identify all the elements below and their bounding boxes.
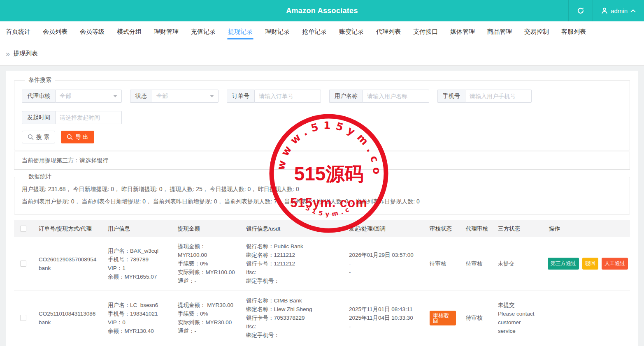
header-cell-6: 代理审核 [459, 220, 491, 237]
nav-tab-6[interactable]: 提现记录 [228, 21, 253, 42]
table-row: CO2601290357008954bank用户名：BAK_w3cql手机号：7… [14, 237, 630, 291]
actions-cell [542, 291, 630, 345]
actions-cell: 第三方通过驳回人工通过 [542, 237, 630, 291]
search-field-label: 用户名称 [329, 90, 363, 103]
stats-line-1: 用户提现: 231.68， 今日新增提现: 0， 昨日新增提现: 0， 提现人数… [22, 183, 622, 195]
username: admin [611, 7, 628, 14]
header-cell-7: 三方状态 [491, 220, 542, 237]
user-info-cell: 用户名：BAK_w3cql手机号：789789VIP：1余额：MYR1655.0… [101, 237, 171, 291]
header-cell-3: 银行信息/usdt [239, 220, 342, 237]
nav-tab-2[interactable]: 会员等级 [80, 21, 105, 42]
stats-fieldset: 数据统计 用户提现: 231.68， 今日新增提现: 0， 昨日新增提现: 0，… [14, 173, 630, 215]
nav-tab-7[interactable]: 理财记录 [265, 21, 290, 42]
search-field-4: 手机号 [437, 90, 532, 103]
search-legend: 条件搜索 [25, 76, 55, 84]
search-field-0: 代理审核全部 [22, 90, 122, 103]
order-cell: CO2601290357008954bank [32, 237, 101, 291]
third-status-cell: 未提交Please contact customer service [491, 291, 542, 345]
order-cell: CO2511010843113086bank [32, 291, 101, 345]
times-cell: 2026年01月29日 03:57:00-- [342, 237, 423, 291]
nav-tab-11[interactable]: 支付接口 [413, 21, 438, 42]
action-button-2[interactable]: 人工通过 [602, 258, 628, 270]
user-info-cell: 用户名：LC_bsesn6手机号：198341021VIP：0余额：MYR130… [101, 291, 171, 345]
stats-legend: 数据统计 [25, 173, 55, 180]
header-cell-5: 审核状态 [423, 220, 459, 237]
action-button-0[interactable]: 第三方通过 [548, 258, 579, 270]
amount-cell: 提现金额： MYR30.00手续费：0%实际到账：MYR30.00通道：- [171, 291, 239, 345]
search-field-input[interactable] [465, 90, 532, 103]
header-cell-1: 用户信息 [101, 220, 171, 237]
search-button[interactable]: 搜 索 [22, 131, 55, 143]
nav-tab-15[interactable]: 客服列表 [561, 21, 586, 42]
nav-tab-14[interactable]: 交易控制 [524, 21, 549, 42]
third-status-cell: 未提交 [491, 237, 542, 291]
chevron-down-icon [210, 95, 214, 97]
breadcrumb: » 提现列表 [0, 42, 644, 66]
search-field-label: 代理审核 [22, 90, 55, 103]
header-cell-4: 发起/处理/回调 [342, 220, 423, 237]
nav-tab-12[interactable]: 媒体管理 [450, 21, 475, 42]
search-field-input[interactable] [363, 90, 429, 103]
row-checkbox[interactable] [20, 261, 26, 267]
export-button[interactable]: 导 出 [61, 131, 94, 143]
app-title: Amazon Associates [286, 7, 358, 15]
header-cell-2: 提现金额 [171, 220, 239, 237]
nav-tab-5[interactable]: 充值记录 [191, 21, 216, 42]
times-cell: 2025年11月01日 08:43:112025年11月04日 10:33:30… [342, 291, 423, 345]
table-body: CO2601290357008954bank用户名：BAK_w3cql手机号：7… [14, 237, 630, 346]
chevron-up-icon [630, 9, 636, 13]
nav-tab-10[interactable]: 代理列表 [376, 21, 401, 42]
audit-status-cell: 审核驳回 [423, 291, 459, 345]
search-fields: 代理审核全部状态全部订单号用户名称手机号发起时间 [22, 90, 622, 124]
agent-audit-cell: 待审核 [459, 237, 491, 291]
search-field-input[interactable] [254, 90, 321, 103]
breadcrumb-label: 提现列表 [13, 50, 38, 58]
withdraw-table: 订单号/提现方式/代理用户信息提现金额银行信息/usdt发起/处理/回调审核状态… [14, 220, 630, 346]
breadcrumb-chevrons-icon: » [6, 50, 10, 58]
export-button-label: 导 出 [75, 134, 88, 141]
table-row: CO2511010843113086bank用户名：LC_bsesn6手机号：1… [14, 291, 630, 345]
nav-tab-8[interactable]: 抢单记录 [302, 21, 327, 42]
nav-tabs: 首页统计会员列表会员等级模式分组理财管理充值记录提现记录理财记录抢单记录账变记录… [0, 21, 644, 42]
row-checkbox-cell [14, 291, 32, 345]
amount-cell: 提现金额： MYR100.00手续费：0%实际到账：MYR100.00通道：- [171, 237, 239, 291]
header-cell-8: 操作 [542, 220, 630, 237]
search-field-select[interactable]: 全部 [152, 90, 219, 103]
search-field-label: 手机号 [437, 90, 465, 103]
refresh-icon [577, 7, 584, 14]
table-header: 订单号/提现方式/代理用户信息提现金额银行信息/usdt发起/处理/回调审核状态… [14, 220, 630, 237]
header-cell-0: 订单号/提现方式/代理 [32, 220, 101, 237]
bank-info-cell: 银行名称：CIMB Bank绑定名称：Liew Zhi Sheng银行卡号：70… [239, 291, 342, 345]
nav-tab-9[interactable]: 账变记录 [339, 21, 364, 42]
user-menu[interactable]: admin [593, 0, 644, 21]
third-party-notice: 当前使用提现第三方：请选择银行 [14, 152, 630, 170]
search-field-input[interactable] [55, 111, 122, 124]
search-field-2: 订单号 [227, 90, 321, 103]
audit-status-cell: 待审核 [423, 237, 459, 291]
search-icon [28, 134, 34, 140]
action-button-1[interactable]: 驳回 [582, 258, 598, 270]
row-checkbox-cell [14, 237, 32, 291]
row-checkbox[interactable] [20, 315, 26, 321]
search-field-1: 状态全部 [130, 90, 219, 103]
app-header: Amazon Associates admin [0, 0, 644, 21]
user-icon [601, 7, 608, 14]
nav-tab-13[interactable]: 商品管理 [487, 21, 512, 42]
search-field-select[interactable]: 全部 [55, 90, 122, 103]
agent-audit-cell: 待审核 [459, 291, 491, 345]
select-all-checkbox[interactable] [20, 226, 26, 232]
nav-tab-0[interactable]: 首页统计 [6, 21, 30, 42]
stats-line-2: 当前列表用户提现: 0， 当前列表今日新增提现: 0， 当前列表昨日新增提现: … [22, 195, 622, 208]
nav-tab-1[interactable]: 会员列表 [43, 21, 67, 42]
export-icon [67, 134, 73, 140]
search-button-label: 搜 索 [36, 134, 49, 141]
refresh-button[interactable] [568, 0, 593, 21]
search-field-5: 发起时间 [22, 111, 122, 124]
search-fieldset: 条件搜索 代理审核全部状态全部订单号用户名称手机号发起时间 搜 索 [14, 76, 630, 150]
search-field-label: 状态 [130, 90, 152, 103]
chevron-down-icon [113, 95, 117, 97]
select-value: 全部 [60, 92, 71, 100]
audit-status-badge: 审核驳回 [430, 311, 456, 325]
nav-tab-4[interactable]: 理财管理 [154, 21, 179, 42]
nav-tab-3[interactable]: 模式分组 [117, 21, 142, 42]
